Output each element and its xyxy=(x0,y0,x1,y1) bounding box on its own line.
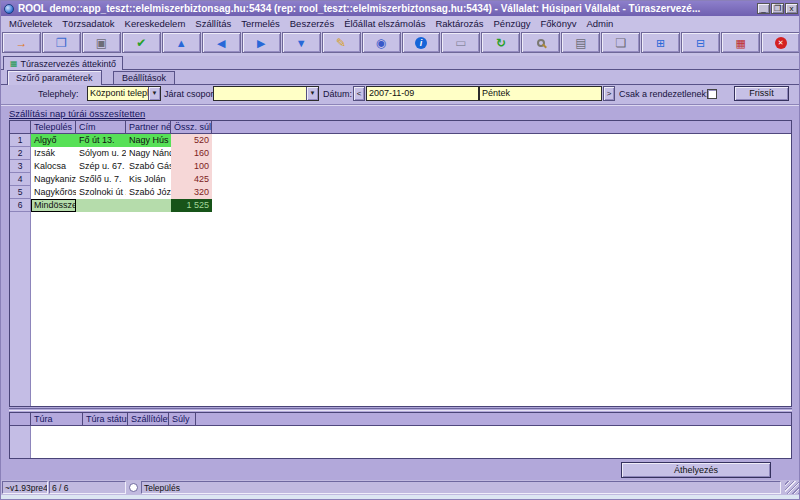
chevron-down-icon[interactable]: ▼ xyxy=(306,87,318,100)
telephely-combo[interactable]: Központi telephely ▼ xyxy=(87,86,161,101)
print-icon: ❏ xyxy=(615,37,626,49)
jarat-csoport-combo[interactable]: ▼ xyxy=(213,86,319,101)
athelyezes-button[interactable]: Áthelyezés xyxy=(621,462,771,478)
last-record-button[interactable]: ▼ xyxy=(282,32,321,53)
arrow-down-icon: ▼ xyxy=(296,37,307,49)
frissit-button[interactable]: Frissít xyxy=(734,86,789,101)
tab-turaszervezes-attekinto[interactable]: ▦ Túraszervezés áttekintő xyxy=(3,56,123,70)
info-icon: i xyxy=(415,37,427,49)
menu-kereskedelem[interactable]: Kereskedelem xyxy=(120,18,191,29)
arrow-up-icon: ▲ xyxy=(176,37,187,49)
menu-torzsadatok[interactable]: Törzsadatok xyxy=(57,18,119,29)
check-icon: ✔ xyxy=(136,37,146,49)
divider xyxy=(1,104,800,106)
first-record-button[interactable]: ▲ xyxy=(162,32,201,53)
exit-button[interactable]: → xyxy=(2,32,41,53)
cell-suly[interactable]: 100 xyxy=(171,160,212,173)
menu-muveletek[interactable]: Műveletek xyxy=(4,18,57,29)
menu-eloallat-elszamolas[interactable]: Élőállat elszámolás xyxy=(339,18,430,29)
row-number: 6 xyxy=(10,199,31,212)
tab-beallitasok[interactable]: Beállítások xyxy=(113,71,175,85)
menu-penzugy[interactable]: Pénzügy xyxy=(489,18,536,29)
cell-telepules[interactable]: Algyő xyxy=(31,134,76,147)
sort-field-label: Település xyxy=(141,481,781,494)
next-record-button[interactable]: ▶ xyxy=(242,32,281,53)
restore-button[interactable]: ❐ xyxy=(771,3,784,14)
table-import-button[interactable]: ⊟ xyxy=(681,32,720,53)
cell-telepules[interactable]: Kalocsa xyxy=(31,160,76,173)
print-button[interactable]: ❏ xyxy=(601,32,640,53)
previous-record-button[interactable]: ◀ xyxy=(202,32,241,53)
save-button[interactable]: ▣ xyxy=(82,32,121,53)
tab-bar: ▦ Túraszervezés áttekintő xyxy=(1,56,800,70)
menu-beszerzes[interactable]: Beszerzés xyxy=(285,18,339,29)
edit-button[interactable]: ✎ xyxy=(322,32,361,53)
cell-cim[interactable]: Szép u. 67. xyxy=(76,160,126,173)
version-label: ~v1.93pre4H xyxy=(2,481,48,494)
table-export-button[interactable]: ⊞ xyxy=(641,32,680,53)
cell-suly[interactable]: 520 xyxy=(171,134,212,147)
table-total-row: 6 Mindösszesen: 1 525 xyxy=(10,199,791,212)
table-delete-icon: ▦ xyxy=(735,37,745,49)
menu-szallitas[interactable]: Szállítás xyxy=(190,18,236,29)
menu-termeles[interactable]: Termelés xyxy=(236,18,285,29)
cell-telepules[interactable]: Nagykőrös xyxy=(31,186,76,199)
title-bar[interactable]: ROOL demo::app_teszt::elelmiszerbiztonsa… xyxy=(1,1,800,16)
app-window: ROOL demo::app_teszt::elelmiszerbiztonsa… xyxy=(0,0,800,500)
date-field[interactable]: 2007-11-09 xyxy=(366,86,479,101)
chevron-down-icon[interactable]: ▼ xyxy=(148,87,160,100)
search-button[interactable] xyxy=(521,32,560,53)
datum-label: Dátum: xyxy=(323,89,352,99)
database-icon: ◉ xyxy=(376,37,386,49)
previous-day-button[interactable]: < xyxy=(353,86,365,101)
refresh-button[interactable]: ↻ xyxy=(481,32,520,53)
open-button[interactable]: ❐ xyxy=(42,32,81,53)
cell-telepules[interactable]: Nagykanizsa xyxy=(31,173,76,186)
telepules-radio[interactable] xyxy=(129,483,138,492)
stop-icon: ✕ xyxy=(775,37,787,49)
tab-szuro-parameterek[interactable]: Szűrő paraméterek xyxy=(7,70,102,85)
day-name-field[interactable]: Péntek xyxy=(479,86,602,101)
arrow-right-icon: ▶ xyxy=(257,37,265,49)
col-header-tura-statusz: Túra státusz xyxy=(83,413,128,425)
cell-suly[interactable]: 425 xyxy=(171,173,212,186)
next-day-button[interactable]: > xyxy=(603,86,615,101)
telephely-label: Telephely: xyxy=(38,89,79,99)
stop-button[interactable]: ✕ xyxy=(761,32,800,53)
cell-partner[interactable]: Szabó Gáspár xyxy=(126,160,171,173)
col-header-cim: Cím xyxy=(76,121,126,133)
cell-partner[interactable]: Kis Jolán xyxy=(126,173,171,186)
jarat-csoport-value xyxy=(214,87,306,100)
cell-partner[interactable]: Szabó József xyxy=(126,186,171,199)
tab-grid-icon: ▦ xyxy=(10,60,18,68)
total-label[interactable]: Mindösszesen: xyxy=(31,199,76,212)
col-header-suly: Össz. súly xyxy=(171,121,212,133)
accept-button[interactable]: ✔ xyxy=(122,32,161,53)
menu-fokonyv[interactable]: Főkönyv xyxy=(536,18,582,29)
cell-telepules[interactable]: Izsák xyxy=(31,147,76,160)
divider xyxy=(9,408,792,411)
table-row: 4 Nagykanizsa Szőlő u. 7. Kis Jolán 425 xyxy=(10,173,791,186)
resize-grip-icon[interactable] xyxy=(785,481,799,494)
cell-cim[interactable]: Fő út 13. xyxy=(76,134,126,147)
info-button[interactable]: i xyxy=(402,32,441,53)
cell-suly[interactable]: 160 xyxy=(171,147,212,160)
cell-cim[interactable]: Szolnoki út 23. xyxy=(76,186,126,199)
minimize-button[interactable]: _ xyxy=(757,3,770,14)
csak-rendezetlenek-checkbox[interactable] xyxy=(707,89,717,99)
cell-partner[interactable]: Nagy Hús Kft. xyxy=(126,134,171,147)
exit-icon: → xyxy=(15,37,27,49)
action-strip: Áthelyezés xyxy=(1,459,800,480)
database-button[interactable]: ◉ xyxy=(362,32,401,53)
form-button[interactable]: ▭ xyxy=(441,32,480,53)
cell-partner[interactable]: Nagy Nándor xyxy=(126,147,171,160)
cell-cim[interactable]: Szőlő u. 7. xyxy=(76,173,126,186)
grid-view-button[interactable]: ▤ xyxy=(561,32,600,53)
row-number-header xyxy=(10,121,31,133)
close-button[interactable]: x xyxy=(785,3,798,14)
table-delete-button[interactable]: ▦ xyxy=(721,32,760,53)
cell-suly[interactable]: 320 xyxy=(171,186,212,199)
menu-admin[interactable]: Admin xyxy=(581,18,618,29)
cell-cim[interactable]: Sólyom u. 2. xyxy=(76,147,126,160)
menu-raktarozas[interactable]: Raktározás xyxy=(430,18,488,29)
